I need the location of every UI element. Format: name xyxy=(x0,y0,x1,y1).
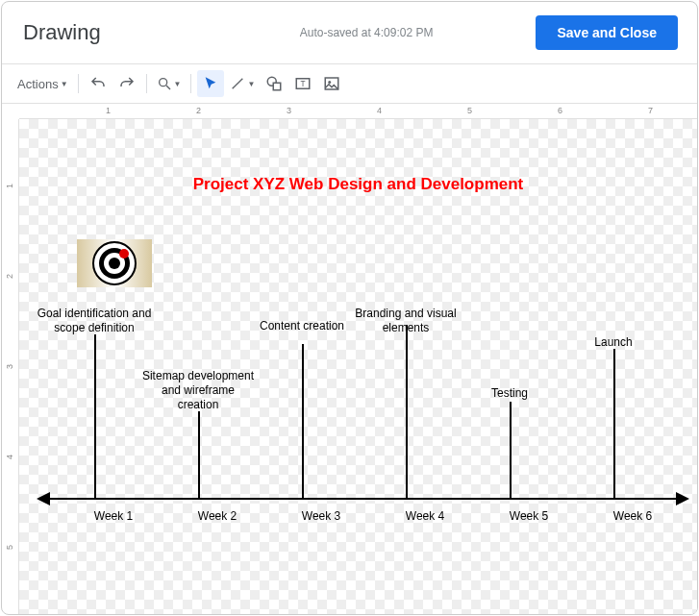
shape-tool-button[interactable] xyxy=(261,70,287,97)
undo-icon xyxy=(89,75,107,92)
caret-down-icon: ▼ xyxy=(174,80,182,88)
milestone[interactable]: Goal identification and scope definition xyxy=(37,307,152,335)
save-and-close-button[interactable]: Save and Close xyxy=(536,15,678,50)
milestone-stem xyxy=(510,402,512,498)
ruler-tick: 4 xyxy=(5,455,14,459)
undo-button[interactable] xyxy=(85,70,112,97)
toolbar-separator xyxy=(78,74,79,93)
ruler-tick: 4 xyxy=(377,106,382,115)
dialog-header: Drawing Auto-saved at 4:09:02 PM Save an… xyxy=(2,2,697,64)
image-icon xyxy=(323,75,340,92)
shape-icon xyxy=(265,75,283,92)
redo-icon xyxy=(118,75,136,92)
ruler-tick: 3 xyxy=(287,106,291,115)
ruler-tick: 5 xyxy=(5,545,14,550)
ruler-tick: 2 xyxy=(196,106,201,115)
canvas-wrap: 12345 Project XYZ Web Design and Develop… xyxy=(2,119,697,614)
cursor-icon xyxy=(203,76,218,91)
milestone-stem xyxy=(302,344,304,498)
zoom-icon xyxy=(157,76,172,91)
textbox-tool-button[interactable]: T xyxy=(289,70,316,97)
svg-text:T: T xyxy=(301,80,306,88)
week-label[interactable]: Week 3 xyxy=(283,509,360,523)
milestone-label: Goal identification and scope definition xyxy=(37,307,152,335)
ruler-tick: 1 xyxy=(106,106,111,115)
milestone-label: Testing xyxy=(452,386,567,401)
milestone[interactable]: Branding and visual elements xyxy=(348,307,463,335)
milestone-label: Sitemap development and wireframe creati… xyxy=(140,369,256,412)
svg-point-8 xyxy=(329,81,332,84)
toolbar-separator xyxy=(146,74,147,93)
ruler-tick: 3 xyxy=(5,364,14,369)
ruler-tick: 2 xyxy=(5,274,14,279)
vertical-ruler: 12345 xyxy=(2,119,19,614)
week-label[interactable]: Week 5 xyxy=(490,509,567,523)
caret-down-icon: ▼ xyxy=(61,80,68,88)
actions-label: Actions xyxy=(17,77,59,91)
actions-menu-button[interactable]: Actions ▼ xyxy=(13,70,72,97)
week-label[interactable]: Week 2 xyxy=(179,509,256,523)
week-label[interactable]: Week 1 xyxy=(75,509,152,523)
milestone-stem xyxy=(94,334,96,498)
drawing-canvas[interactable]: Project XYZ Web Design and Development G… xyxy=(19,119,697,614)
ruler-tick: 1 xyxy=(5,184,14,188)
week-label[interactable]: Week 6 xyxy=(594,509,671,523)
caret-down-icon: ▼ xyxy=(247,80,255,88)
milestone-label: Launch xyxy=(556,335,671,350)
milestone-stem xyxy=(198,411,200,498)
chart-title[interactable]: Project XYZ Web Design and Development xyxy=(19,175,697,194)
drawing-dialog: Drawing Auto-saved at 4:09:02 PM Save an… xyxy=(1,1,698,615)
redo-button[interactable] xyxy=(113,70,140,97)
textbox-icon: T xyxy=(294,75,312,92)
svg-point-0 xyxy=(159,79,166,86)
week-label[interactable]: Week 4 xyxy=(387,509,463,523)
dartboard-image[interactable] xyxy=(77,239,152,287)
line-tool-button[interactable]: ▼ xyxy=(226,70,259,97)
milestone[interactable]: Testing xyxy=(452,386,567,401)
horizontal-ruler: 1234567 xyxy=(19,104,697,119)
dialog-title: Drawing xyxy=(23,20,101,45)
milestone-stem xyxy=(613,349,615,498)
milestone-label: Content creation xyxy=(244,319,360,333)
ruler-tick: 5 xyxy=(467,106,472,115)
svg-line-1 xyxy=(166,86,170,89)
svg-point-13 xyxy=(119,249,129,259)
timeline-axis[interactable] xyxy=(38,498,687,500)
milestone[interactable]: Content creation xyxy=(244,319,360,333)
toolbar-separator xyxy=(190,74,191,93)
toolbar: Actions ▼ ▼ ▼ T xyxy=(2,64,697,104)
zoom-button[interactable]: ▼ xyxy=(153,70,186,97)
line-icon xyxy=(230,76,245,91)
svg-rect-4 xyxy=(274,83,282,90)
svg-point-12 xyxy=(109,258,120,269)
milestone[interactable]: Launch xyxy=(556,335,671,350)
svg-line-2 xyxy=(233,79,243,89)
milestone-stem xyxy=(406,325,408,498)
image-tool-button[interactable] xyxy=(318,70,345,97)
autosave-status: Auto-saved at 4:09:02 PM xyxy=(204,26,434,39)
select-tool-button[interactable] xyxy=(197,70,224,97)
milestone[interactable]: Sitemap development and wireframe creati… xyxy=(140,369,256,412)
ruler-tick: 7 xyxy=(648,106,653,115)
ruler-tick: 6 xyxy=(558,106,562,115)
